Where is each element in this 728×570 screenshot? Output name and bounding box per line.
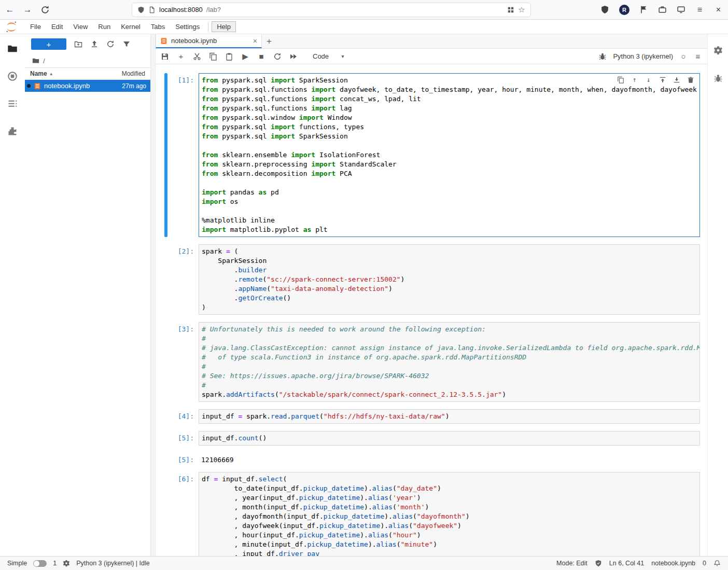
- cell-output[interactable]: [5]:12106669: [156, 449, 707, 468]
- table-of-contents-icon[interactable]: [7, 99, 18, 109]
- code-cell[interactable]: [1]:from pyspark.sql import SparkSession…: [156, 69, 707, 241]
- filter-files-icon[interactable]: [122, 40, 131, 48]
- property-inspector-icon[interactable]: [713, 46, 723, 55]
- url-bar[interactable]: localhost:8080/lab? ☆: [132, 3, 531, 17]
- menu-view[interactable]: View: [68, 21, 93, 32]
- add-tab-button[interactable]: +: [262, 34, 276, 48]
- cell-type-dropdown[interactable]: Code ▾: [313, 52, 345, 60]
- insert-cell-above-icon[interactable]: [659, 76, 666, 84]
- account-avatar[interactable]: R: [619, 5, 629, 15]
- kernel-sessions-count[interactable]: 1: [53, 560, 57, 567]
- tab-notebook[interactable]: notebook.ipynb ×: [156, 34, 262, 48]
- reader-grid-icon[interactable]: [507, 6, 514, 13]
- browser-toolbar: ← → localhost:8080/lab? ☆ R ≡ ×: [0, 0, 728, 20]
- cell-editor[interactable]: df = input_df.select( to_date(input_df.p…: [199, 472, 700, 556]
- breadcrumb-root[interactable]: /: [43, 57, 45, 65]
- bookmark-star-icon[interactable]: ☆: [518, 6, 525, 13]
- new-launcher-button[interactable]: +: [31, 38, 66, 50]
- page-info-icon[interactable]: [148, 6, 156, 13]
- hamburger-menu-icon[interactable]: ≡: [695, 5, 704, 14]
- toolbox-icon[interactable]: [658, 5, 667, 14]
- file-browser-panel: + / Name ▲ Modified notebook.ipynb 27m a…: [25, 34, 150, 556]
- url-path: /lab?: [206, 6, 221, 13]
- close-window-icon[interactable]: ×: [714, 5, 723, 14]
- insert-cell-below-icon[interactable]: [673, 76, 680, 84]
- upload-icon[interactable]: [90, 40, 99, 48]
- back-icon[interactable]: ←: [5, 5, 15, 15]
- menu-edit[interactable]: Edit: [46, 21, 68, 32]
- tab-label: notebook.ipynb: [171, 37, 217, 45]
- notification-count[interactable]: 0: [703, 560, 706, 567]
- toolbar-overflow-icon[interactable]: ≡: [694, 52, 702, 61]
- debugger-icon[interactable]: [598, 52, 607, 61]
- privacy-shield-icon[interactable]: [600, 5, 609, 14]
- notebook-file-icon: [34, 82, 41, 90]
- paste-cells-icon[interactable]: [225, 52, 233, 61]
- cell-editor[interactable]: input_df.count(): [199, 431, 700, 446]
- column-name[interactable]: Name: [30, 70, 47, 77]
- display-icon[interactable]: [677, 5, 685, 14]
- menu-tabs[interactable]: Tabs: [146, 21, 170, 32]
- menu-run[interactable]: Run: [93, 21, 116, 32]
- home-folder-icon[interactable]: [32, 57, 39, 64]
- jupyter-menubar: File Edit View Run Kernel Tabs Settings …: [0, 20, 728, 34]
- main-dock-panel: notebook.ipynb × + + ▶ ■ Code ▾ Python 3…: [156, 34, 707, 556]
- file-row-notebook[interactable]: notebook.ipynb 27m ago: [25, 80, 150, 92]
- extension-manager-icon[interactable]: [7, 126, 18, 136]
- refresh-file-list-icon[interactable]: [106, 40, 115, 48]
- cell-type-value: Code: [313, 52, 329, 60]
- cell-editor[interactable]: from pyspark.sql import SparkSessionfrom…: [199, 73, 700, 237]
- move-cell-down-icon[interactable]: ↓: [645, 76, 652, 84]
- menu-file[interactable]: File: [25, 21, 46, 32]
- left-activity-bar: [0, 34, 25, 556]
- cell-editor[interactable]: spark = ( SparkSession .builder .remote(…: [199, 244, 700, 315]
- code-cell[interactable]: [3]:# Unfortunately this is needed to wo…: [156, 318, 707, 406]
- kernel-name[interactable]: Python 3 (ipykernel): [613, 52, 673, 60]
- interrupt-kernel-icon[interactable]: ■: [257, 52, 265, 61]
- code-cell[interactable]: [4]:input_df = spark.read.parquet("hdfs:…: [156, 406, 707, 427]
- input-prompt: [6]:: [167, 472, 199, 556]
- tracking-shield-icon[interactable]: [137, 6, 145, 13]
- status-filename: notebook.ipynb: [651, 560, 695, 567]
- input-prompt: [1]:: [167, 73, 199, 237]
- flag-icon[interactable]: [639, 5, 648, 14]
- code-cell[interactable]: [5]:input_df.count(): [156, 427, 707, 449]
- input-prompt: [5]:: [167, 431, 199, 446]
- menu-settings[interactable]: Settings: [170, 21, 205, 32]
- save-icon[interactable]: [161, 52, 169, 61]
- insert-cell-icon[interactable]: +: [177, 52, 185, 61]
- code-cell[interactable]: [6]:df = input_df.select( to_date(input_…: [156, 468, 707, 556]
- duplicate-cell-icon[interactable]: [617, 76, 624, 84]
- file-browser-toolbar: +: [25, 34, 150, 54]
- right-activity-bar: [707, 34, 728, 556]
- cursor-position[interactable]: Ln 6, Col 41: [609, 560, 644, 567]
- column-modified[interactable]: Modified: [122, 70, 145, 77]
- cut-cells-icon[interactable]: [193, 52, 201, 61]
- kernel-status-text[interactable]: Python 3 (ipykernel) | Idle: [76, 560, 150, 567]
- new-folder-icon[interactable]: [74, 40, 82, 48]
- delete-cell-icon[interactable]: [687, 76, 694, 84]
- copy-cells-icon[interactable]: [209, 52, 217, 61]
- simple-mode-toggle[interactable]: [33, 560, 47, 567]
- running-sessions-icon[interactable]: [7, 71, 18, 81]
- panel-splitter[interactable]: [150, 34, 156, 556]
- reload-icon[interactable]: [40, 5, 50, 15]
- close-tab-icon[interactable]: ×: [253, 37, 257, 45]
- kernel-status-icon[interactable]: ○: [679, 52, 688, 61]
- run-cell-icon[interactable]: ▶: [241, 52, 249, 61]
- restart-kernel-icon[interactable]: [273, 52, 282, 61]
- restart-run-all-icon[interactable]: [289, 52, 298, 61]
- forward-icon[interactable]: →: [23, 5, 32, 15]
- menu-help[interactable]: Help: [212, 21, 236, 32]
- menu-kernel[interactable]: Kernel: [116, 21, 146, 32]
- bell-icon[interactable]: [713, 560, 721, 567]
- kernel-sessions-icon[interactable]: [63, 560, 70, 567]
- file-browser-icon[interactable]: [7, 44, 18, 54]
- cell-editor[interactable]: # Unfortunately this is needed to work a…: [199, 322, 700, 402]
- debugger-sidebar-icon[interactable]: [713, 74, 723, 83]
- sort-asc-icon[interactable]: ▲: [49, 72, 53, 76]
- cell-editor[interactable]: input_df = spark.read.parquet("hdfs://hd…: [199, 409, 700, 424]
- code-cell[interactable]: [2]:spark = ( SparkSession .builder .rem…: [156, 241, 707, 318]
- trusted-shield-icon[interactable]: [595, 560, 602, 567]
- move-cell-up-icon[interactable]: ↑: [631, 76, 638, 84]
